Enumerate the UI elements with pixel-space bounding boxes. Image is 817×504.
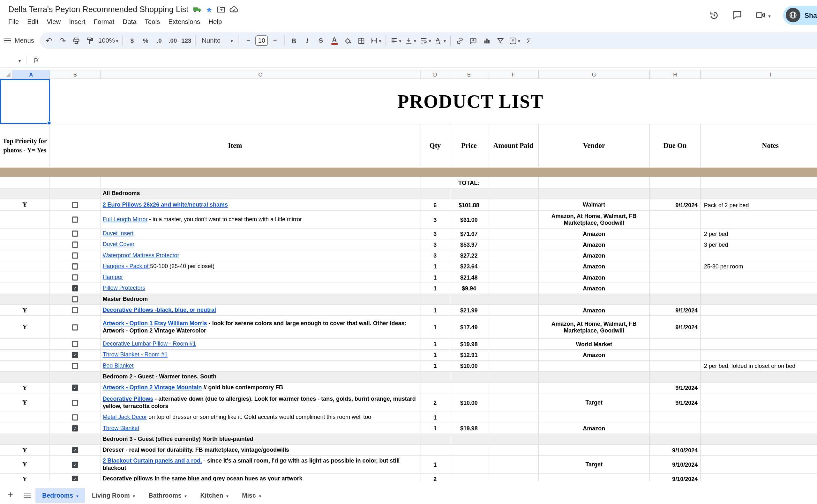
sheet-tab-bathrooms[interactable]: Bathrooms xyxy=(142,488,193,503)
qty-cell[interactable]: 1 xyxy=(421,456,450,474)
vendor-cell[interactable]: World Market xyxy=(539,339,650,350)
row-checkbox[interactable] xyxy=(72,252,78,259)
checkbox-cell[interactable] xyxy=(50,211,100,229)
qty-cell[interactable]: 1 xyxy=(421,339,450,350)
row-checkbox[interactable] xyxy=(72,399,78,406)
more-formats-button[interactable]: 123 xyxy=(180,34,193,47)
item-cell[interactable]: Duvet Cover xyxy=(100,239,420,250)
due-cell[interactable] xyxy=(650,211,701,229)
paid-cell[interactable] xyxy=(488,412,539,423)
vendor-cell[interactable]: Target xyxy=(539,393,650,412)
price-cell[interactable]: $10.00 xyxy=(450,393,488,412)
item-cell[interactable]: Decorative Lumbar Pillow - Room #1 xyxy=(100,339,420,350)
cell[interactable] xyxy=(0,177,50,188)
due-cell[interactable]: 9/1/2024 xyxy=(650,393,701,412)
price-cell[interactable]: $101.88 xyxy=(450,199,488,211)
cell[interactable] xyxy=(488,177,539,188)
priority-cell[interactable]: Y xyxy=(0,199,50,211)
functions-button[interactable]: Σ xyxy=(522,34,535,47)
cell[interactable] xyxy=(650,177,701,188)
sheet-tab-kitchen[interactable]: Kitchen xyxy=(193,488,235,503)
column-header-h[interactable]: H xyxy=(650,70,701,78)
notes-cell[interactable] xyxy=(701,350,817,361)
vendor-cell[interactable]: Amazon xyxy=(539,229,650,239)
menu-tools[interactable]: Tools xyxy=(141,17,164,27)
item-link[interactable]: Pillow Protectors xyxy=(103,285,145,291)
column-header-c[interactable]: C xyxy=(100,70,420,78)
due-cell[interactable]: 9/10/2024 xyxy=(650,474,701,481)
cell[interactable] xyxy=(100,177,420,188)
priority-cell[interactable]: Y xyxy=(0,383,50,393)
cloud-status-icon[interactable] xyxy=(229,6,239,13)
document-title[interactable]: Della Terra's Peyton Recommended Shoppin… xyxy=(8,5,188,14)
priority-cell[interactable] xyxy=(0,261,50,272)
priority-cell[interactable]: Y xyxy=(0,445,50,456)
vendor-cell[interactable]: Walmart xyxy=(539,199,650,211)
menu-view[interactable]: View xyxy=(42,17,65,27)
row-checkbox[interactable] xyxy=(72,461,78,468)
price-cell[interactable]: $23.64 xyxy=(450,261,488,272)
notes-cell[interactable] xyxy=(701,283,817,294)
name-box[interactable] xyxy=(0,55,26,64)
notes-cell[interactable] xyxy=(701,393,817,412)
qty-cell[interactable]: 2 xyxy=(421,393,450,412)
item-cell[interactable]: Hangers - Pack of 50-100 (25-40 per clos… xyxy=(100,261,420,272)
priority-cell[interactable] xyxy=(0,372,50,383)
column-header-b[interactable]: B xyxy=(50,70,100,78)
paid-cell[interactable] xyxy=(488,316,539,339)
priority-cell[interactable] xyxy=(0,361,50,371)
header-amount-paid[interactable]: Amount Paid xyxy=(488,124,539,168)
insert-link-button[interactable] xyxy=(453,34,466,47)
row-checkbox[interactable] xyxy=(72,263,78,270)
price-cell[interactable] xyxy=(450,456,488,474)
paid-cell[interactable] xyxy=(488,283,539,294)
checkbox-cell[interactable] xyxy=(50,339,100,350)
format-percent-button[interactable]: % xyxy=(139,34,152,47)
vendor-cell[interactable]: Amazon xyxy=(539,250,650,261)
item-cell[interactable]: 2 Blackout Curtain panels and a rod. - s… xyxy=(100,456,420,474)
priority-cell[interactable] xyxy=(0,283,50,294)
priority-cell[interactable] xyxy=(0,229,50,239)
create-filter-button[interactable] xyxy=(494,34,507,47)
qty-cell[interactable]: 2 xyxy=(421,474,450,481)
priority-cell[interactable] xyxy=(0,339,50,350)
row-checkbox[interactable] xyxy=(72,447,78,453)
due-cell[interactable] xyxy=(650,239,701,250)
checkbox-cell[interactable] xyxy=(50,199,100,211)
item-cell[interactable]: Artwork - Option 2 Vintage Mountain // g… xyxy=(100,383,420,393)
cell[interactable] xyxy=(421,177,450,188)
fill-color-button[interactable] xyxy=(342,34,355,47)
checkbox-cell[interactable] xyxy=(50,239,100,250)
text-rotation-button[interactable] xyxy=(433,34,447,47)
vendor-cell[interactable]: Amazon xyxy=(539,261,650,272)
due-cell[interactable] xyxy=(650,361,701,371)
price-cell[interactable] xyxy=(450,474,488,481)
notes-cell[interactable] xyxy=(701,339,817,350)
checkbox-cell[interactable] xyxy=(50,434,100,445)
zoom-select[interactable]: 100% xyxy=(97,34,120,47)
due-cell[interactable] xyxy=(650,350,701,361)
sheet-title-cell[interactable]: PRODUCT LIST xyxy=(100,79,817,124)
bold-button[interactable]: B xyxy=(287,34,300,47)
due-cell[interactable]: 9/1/2024 xyxy=(650,383,701,393)
notes-cell[interactable] xyxy=(701,211,817,229)
checkbox-cell[interactable] xyxy=(50,261,100,272)
share-button[interactable]: Share xyxy=(783,5,817,25)
qty-cell[interactable]: 1 xyxy=(421,305,450,316)
due-cell[interactable]: 9/1/2024 xyxy=(650,316,701,339)
section-label-cell[interactable]: All Bedrooms xyxy=(100,188,420,199)
checkbox-cell[interactable] xyxy=(50,305,100,316)
row-checkbox[interactable] xyxy=(72,425,78,432)
notes-cell[interactable]: 3 per bed xyxy=(701,239,817,250)
menu-extensions[interactable]: Extensions xyxy=(164,17,204,27)
menus-button[interactable]: Menus xyxy=(0,33,39,48)
vertical-align-button[interactable] xyxy=(403,34,418,47)
price-cell[interactable]: $19.98 xyxy=(450,423,488,434)
sheet-tab-living-room[interactable]: Living Room xyxy=(85,488,142,503)
paid-cell[interactable] xyxy=(488,434,539,445)
paid-cell[interactable] xyxy=(488,456,539,474)
paid-cell[interactable] xyxy=(488,361,539,371)
row-checkbox[interactable] xyxy=(72,274,78,281)
priority-cell[interactable]: Y xyxy=(0,316,50,339)
menu-format[interactable]: Format xyxy=(90,17,119,27)
